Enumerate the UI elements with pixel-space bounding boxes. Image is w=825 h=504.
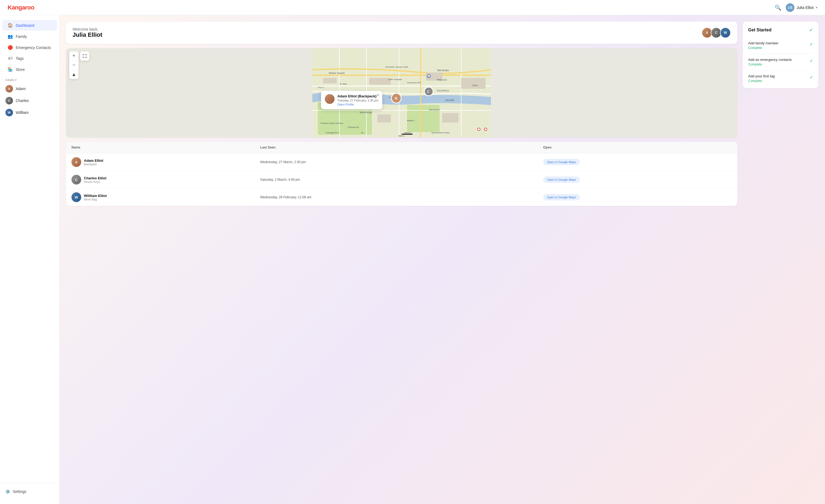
table-header: Name Last Seen Open xyxy=(66,142,737,153)
sidebar-family-charles[interactable]: C Charles xyxy=(0,95,59,106)
svg-rect-16 xyxy=(323,78,337,83)
svg-text:Vauxhall: Vauxhall xyxy=(445,99,454,101)
expand-map-button[interactable] xyxy=(80,52,89,61)
location-table: Name Last Seen Open A Adam Elliot Backpa… xyxy=(66,142,737,206)
row-name-cell-adam: A Adam Elliot Backpack xyxy=(71,157,260,167)
app-logo: Kangaroo xyxy=(8,4,34,11)
popup-title: Adam Elliot (Backpack) xyxy=(337,94,378,98)
row-name-cell-william: W Willliam Elliot Work Bag xyxy=(71,192,260,202)
gs-item-text-family: Add family member Complete xyxy=(748,41,778,50)
sidebar-item-store[interactable]: 🏪 Store xyxy=(2,64,57,75)
member-name: Willliam Elliot xyxy=(84,194,107,198)
sidebar-item-settings[interactable]: ⚙️ Settings xyxy=(0,487,59,496)
svg-text:Lister Hospital: Lister Hospital xyxy=(388,78,402,81)
sidebar-item-family[interactable]: 👥 Family xyxy=(2,31,57,41)
main-layout: 🏠 Dashboard 👥 Family 🔴 Emergency Contact… xyxy=(0,15,825,504)
search-icon[interactable]: 🔍 xyxy=(775,4,781,11)
avatar-adam: A xyxy=(5,85,13,92)
gs-item-status: Complete xyxy=(748,46,778,50)
family-icon: 👥 xyxy=(8,34,13,39)
get-started-item-family: Add family member Complete ✓ xyxy=(748,37,813,54)
topbar-right: 🔍 J.E Julia Elliot ▾ xyxy=(775,3,817,12)
sidebar-item-emergency[interactable]: 🔴 Emergency Contacts xyxy=(2,42,57,53)
svg-point-41 xyxy=(477,128,480,131)
sidebar-nav: 🏠 Dashboard 👥 Family 🔴 Emergency Contact… xyxy=(0,19,59,483)
welcome-avatar-william: W xyxy=(720,27,731,38)
zoom-out-button[interactable]: − xyxy=(69,61,78,70)
compass-button[interactable]: ▲ xyxy=(69,70,78,79)
sidebar-family-adam[interactable]: A Adam xyxy=(0,83,59,95)
user-menu[interactable]: J.E Julia Elliot ▾ xyxy=(786,3,817,12)
member-tag: House Keys xyxy=(84,180,106,183)
sidebar-item-label: Store xyxy=(16,67,25,72)
settings-icon: ⚙️ xyxy=(5,489,10,494)
gs-check-icon-emergency: ✓ xyxy=(810,58,813,63)
emergency-icon: 🔴 xyxy=(8,45,13,50)
svg-text:Tate Britain: Tate Britain xyxy=(437,69,449,72)
last-seen-william: Wednesday, 28 February, 11:08 am xyxy=(260,195,543,199)
svg-rect-13 xyxy=(377,114,391,122)
svg-text:Grosvenor Rd: Grosvenor Rd xyxy=(407,81,421,84)
row-name-cell-charles: C Charles Elliot House Keys xyxy=(71,175,260,184)
svg-rect-15 xyxy=(461,78,485,89)
gs-check-icon-tag: ✓ xyxy=(810,75,813,80)
welcome-avatar-group: A C W xyxy=(701,27,731,38)
popup-close-button[interactable]: ✕ xyxy=(376,93,379,97)
svg-point-42 xyxy=(484,128,487,131)
member-tag: Backpack xyxy=(84,163,103,166)
open-maps-cell-william: Open in Google Maps xyxy=(543,194,732,200)
popup-avatar xyxy=(325,94,334,104)
home-icon: 🏠 xyxy=(8,23,13,28)
gs-item-title: Add your first tag xyxy=(748,74,775,78)
member-name: Charles Elliot xyxy=(84,176,106,180)
svg-text:Ter Walk: Ter Walk xyxy=(340,83,347,85)
welcome-card: Welcome back, Julia Elliot A C W xyxy=(66,22,737,44)
svg-text:Batters...: Batters... xyxy=(407,119,416,122)
get-started-item-tag: Add your first tag Complete ✓ xyxy=(748,70,813,83)
sidebar-family-william[interactable]: W Willliam xyxy=(0,106,59,118)
sidebar-item-label: Dashboard xyxy=(16,23,34,27)
gs-item-title: Add an emergency contacts xyxy=(748,58,792,62)
table-name-info-charles: Charles Elliot House Keys xyxy=(84,176,106,183)
gs-item-status: Complete xyxy=(748,79,775,83)
settings-label: Settings xyxy=(13,489,26,494)
svg-text:Queenstown Road: Queenstown Road xyxy=(432,132,449,134)
family-member-name: Adam xyxy=(16,87,26,91)
gs-item-status: Complete xyxy=(748,63,792,66)
table-name-info-william: Willliam Elliot Work Bag xyxy=(84,194,107,201)
svg-text:Sloane Square: Sloane Square xyxy=(328,72,345,74)
member-name: Adam Elliot xyxy=(84,159,103,163)
sidebar-item-dashboard[interactable]: 🏠 Dashboard xyxy=(2,20,57,30)
sidebar-bottom: ⚙️ Settings xyxy=(0,483,59,500)
tags-icon: 🏷 xyxy=(8,56,13,61)
sidebar-item-tags[interactable]: 🏷 Tags xyxy=(2,53,57,64)
welcome-greeting: Welcome back, xyxy=(73,27,102,31)
open-google-maps-adam[interactable]: Open in Google Maps xyxy=(543,159,580,165)
svg-text:Sainsbury's: Sainsbury's xyxy=(429,108,440,111)
table-avatar-william: W xyxy=(71,192,81,202)
avatar-william: W xyxy=(5,109,13,116)
sidebar-item-label: Emergency Contacts xyxy=(16,46,51,50)
col-header-last-seen: Last Seen xyxy=(260,146,543,149)
get-started-title: Get Started xyxy=(748,27,771,32)
right-column: Get Started ✓ Add family member Complete… xyxy=(743,22,819,498)
open-google-maps-william[interactable]: Open in Google Maps xyxy=(543,194,580,200)
last-seen-adam: Wednesday, 27 March, 2:30 pm xyxy=(260,160,543,164)
col-header-name: Name xyxy=(71,146,260,149)
table-avatar-charles: C xyxy=(71,175,81,184)
map-controls: + − ▲ xyxy=(69,52,78,79)
family-member-name: Willliam xyxy=(16,110,29,115)
gs-item-title: Add family member xyxy=(748,41,778,45)
store-icon: 🏪 xyxy=(8,67,13,72)
svg-text:A: A xyxy=(395,96,397,100)
get-started-check-icon: ✓ xyxy=(809,27,813,33)
svg-text:Chelsea Physic Garden: Chelsea Physic Garden xyxy=(320,122,343,124)
svg-text:Tylers: Tylers xyxy=(472,84,478,87)
zoom-in-button[interactable]: + xyxy=(69,52,78,61)
get-started-item-emergency: Add an emergency contacts Complete ✓ xyxy=(748,54,813,70)
popup-open-profile-link[interactable]: Open Profile xyxy=(337,103,378,106)
welcome-name: Julia Elliot xyxy=(73,31,102,38)
table-row: C Charles Elliot House Keys Saturday, 2 … xyxy=(66,171,737,188)
welcome-text: Welcome back, Julia Elliot xyxy=(73,27,102,38)
open-google-maps-charles[interactable]: Open in Google Maps xyxy=(543,176,580,183)
